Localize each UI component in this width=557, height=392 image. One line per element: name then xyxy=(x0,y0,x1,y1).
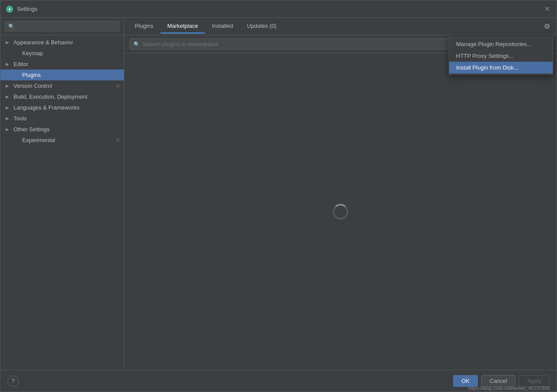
gear-button[interactable]: ⚙ Manage Plugin Repositories... HTTP Pro… xyxy=(541,20,553,33)
tab-installed[interactable]: Installed xyxy=(205,19,240,33)
right-panel: Plugins Marketplace Installed Updates (0… xyxy=(124,18,557,370)
tabs-bar: Plugins Marketplace Installed Updates (0… xyxy=(124,18,557,35)
sidebar-item-label: Experimental xyxy=(22,137,114,143)
sidebar-item-other[interactable]: ▶ Other Settings xyxy=(0,124,124,135)
arrow-icon: ▶ xyxy=(6,83,12,88)
sidebar-item-plugins[interactable]: Plugins xyxy=(0,70,124,80)
content-area xyxy=(124,53,557,370)
sidebar-item-languages[interactable]: ▶ Languages & Frameworks xyxy=(0,102,124,113)
main-content: 🔍 ▶ Appearance & Behavior Keymap ▶ Edito… xyxy=(0,18,557,370)
sidebar-item-label: Languages & Frameworks xyxy=(13,104,120,111)
sidebar-item-label: Other Settings xyxy=(13,126,120,133)
search-icon: 🔍 xyxy=(133,41,140,47)
sidebar: 🔍 ▶ Appearance & Behavior Keymap ▶ Edito… xyxy=(0,18,124,370)
arrow-icon: ▶ xyxy=(6,105,12,110)
sidebar-item-label: Keymap xyxy=(22,50,120,56)
sidebar-item-label: Editor xyxy=(13,61,120,67)
menu-item-manage-repos[interactable]: Manage Plugin Repositories... xyxy=(449,38,553,50)
apply-button[interactable]: Apply xyxy=(519,375,550,387)
settings-dialog: ✦ Settings ✕ 🔍 ▶ Appearance & Behavior xyxy=(0,0,557,392)
sidebar-search-input[interactable] xyxy=(17,23,116,30)
sidebar-item-build[interactable]: ▶ Build, Execution, Deployment xyxy=(0,91,124,102)
sidebar-item-label: Appearance & Behavior xyxy=(13,39,120,46)
dialog-title: Settings xyxy=(17,6,543,12)
arrow-icon: ▶ xyxy=(6,94,12,99)
tab-updates[interactable]: Updates (0) xyxy=(240,19,284,33)
copy-icon: ⧉ xyxy=(116,137,120,143)
sidebar-item-tools[interactable]: ▶ Tools xyxy=(0,113,124,124)
bottom-bar: ? OK Cancel Apply https://blog.csdn.net/… xyxy=(0,370,557,392)
menu-item-http-proxy[interactable]: HTTP Proxy Settings... xyxy=(449,50,553,62)
sidebar-item-appearance[interactable]: ▶ Appearance & Behavior xyxy=(0,37,124,48)
close-button[interactable]: ✕ xyxy=(543,5,551,13)
sidebar-item-label: Plugins xyxy=(22,72,120,78)
sidebar-item-label: Version Control xyxy=(13,83,114,89)
arrow-icon: ▶ xyxy=(6,116,12,121)
svg-text:✦: ✦ xyxy=(8,7,11,12)
sidebar-item-label: Build, Execution, Deployment xyxy=(13,93,120,100)
status-text: https://blog.csdn.net/weixin_45737899 xyxy=(468,385,550,391)
arrow-icon: ▶ xyxy=(6,62,12,66)
sidebar-item-experimental[interactable]: Experimental ⧉ xyxy=(0,135,124,146)
app-icon: ✦ xyxy=(6,5,13,13)
title-bar: ✦ Settings ✕ xyxy=(0,0,557,18)
loading-spinner xyxy=(333,204,348,219)
copy-icon: ⧉ xyxy=(116,83,120,89)
sidebar-list: ▶ Appearance & Behavior Keymap ▶ Editor … xyxy=(0,35,124,370)
gear-dropdown: Manage Plugin Repositories... HTTP Proxy… xyxy=(449,37,553,75)
ok-button[interactable]: OK xyxy=(453,375,478,387)
tab-plugins-header[interactable]: Plugins xyxy=(128,19,160,33)
arrow-icon: ▶ xyxy=(6,40,12,45)
sidebar-search-wrap[interactable]: 🔍 xyxy=(5,21,120,31)
search-icon: 🔍 xyxy=(8,23,15,30)
sidebar-item-label: Tools xyxy=(13,115,120,122)
sidebar-search-box: 🔍 xyxy=(0,18,124,35)
cancel-button[interactable]: Cancel xyxy=(481,375,515,387)
sidebar-item-editor[interactable]: ▶ Editor xyxy=(0,59,124,70)
arrow-icon: ▶ xyxy=(6,127,12,132)
menu-item-install-disk[interactable]: Install Plugin from Disk... xyxy=(449,62,553,73)
tab-marketplace[interactable]: Marketplace xyxy=(160,19,205,33)
sidebar-item-keymap[interactable]: Keymap xyxy=(0,48,124,59)
sidebar-item-version-control[interactable]: ▶ Version Control ⧉ xyxy=(0,80,124,91)
help-button[interactable]: ? xyxy=(7,375,19,387)
